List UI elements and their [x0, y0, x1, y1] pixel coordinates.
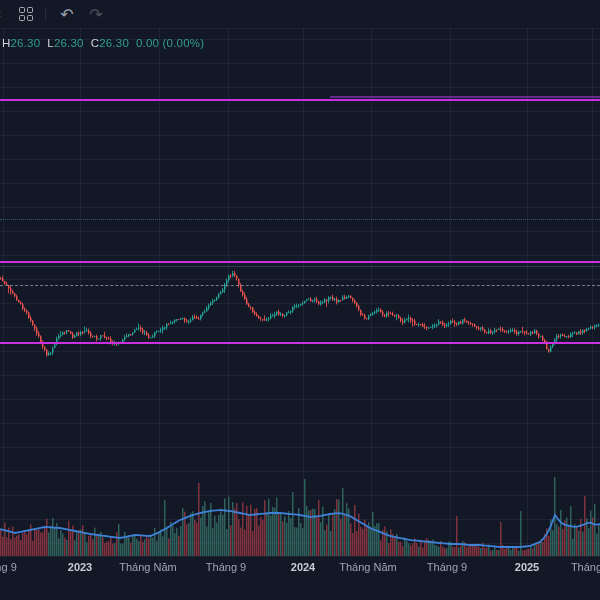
close-label: C [91, 37, 100, 49]
time-axis-label: Tháng Năm [119, 561, 176, 573]
change-percent: (0.00%) [163, 37, 205, 49]
change-value: 0.00 [136, 37, 159, 49]
price-chart-canvas[interactable] [0, 0, 600, 600]
low-value: 26.30 [54, 37, 84, 49]
time-axis-label: ang 9 [0, 561, 17, 573]
time-axis-label: Tháng 9 [206, 561, 246, 573]
ohlc-legend: H26.30L26.30C26.300.00 (0.00%) [2, 37, 204, 49]
chart-window: ‹ ↶ ↷ H26.30L26.30C26.300.00 (0.00%) ang… [0, 0, 600, 600]
time-axis-label: Tháng 9 [427, 561, 467, 573]
time-axis-label: 2023 [68, 561, 92, 573]
time-axis-label: Tháng Năm [339, 561, 396, 573]
time-axis-label: 2025 [515, 561, 539, 573]
close-value: 26.30 [99, 37, 129, 49]
time-axis[interactable]: ang 92023Tháng NămTháng 92024Tháng NămTh… [0, 556, 600, 577]
high-value: 26.30 [11, 37, 41, 49]
high-label: H [2, 37, 11, 49]
time-axis-label: Tháng N [571, 561, 600, 573]
time-axis-label: 2024 [291, 561, 315, 573]
low-label: L [47, 37, 54, 49]
